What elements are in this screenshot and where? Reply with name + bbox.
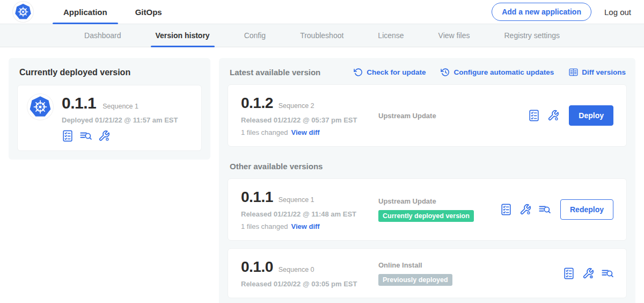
kubernetes-logo <box>13 2 33 22</box>
other-releases-container: 0.1.1 Sequence 1 Released 01/21/22 @ 11:… <box>228 178 627 298</box>
latest-version-header: Latest available version Check for updat… <box>230 68 626 77</box>
release-deploy-button[interactable]: Redeploy <box>560 199 613 220</box>
deployed-version-details: 0.1.1 Sequence 1 Deployed 01/21/22 @ 11:… <box>62 94 178 142</box>
release-actions: Redeploy <box>500 199 613 220</box>
release-timestamp: Released 01/21/22 @ 05:37 pm EST <box>241 116 378 124</box>
version-history-panel: Latest available version Check for updat… <box>219 58 635 303</box>
release-version-number: 0.1.0 <box>241 258 273 276</box>
refresh-icon <box>354 68 363 77</box>
sub-nav-tab-label: Registry settings <box>504 31 560 40</box>
app-sub-nav: DashboardVersion historyConfigTroublesho… <box>0 24 644 47</box>
deployed-version-card: 0.1.1 Sequence 1 Deployed 01/21/22 @ 11:… <box>17 85 202 151</box>
header-action-label: Check for update <box>367 68 426 76</box>
logout-button[interactable]: Log out <box>604 8 631 17</box>
schedule-icon <box>441 68 450 77</box>
top-nav: ApplicationGitOps Add a new application … <box>0 0 644 24</box>
version-header-actions: Check for update Configure automatic upd… <box>354 68 626 77</box>
top-nav-tab[interactable]: GitOps <box>121 0 176 24</box>
sub-nav-tab[interactable]: Config <box>243 24 267 47</box>
sub-nav-tab[interactable]: License <box>376 24 405 47</box>
release-notes-icon[interactable] <box>500 204 512 215</box>
diff-icon <box>569 68 578 77</box>
sub-nav-tab[interactable]: Version history <box>154 24 211 47</box>
release-timestamp: Released 01/20/22 @ 03:05 pm EST <box>241 280 378 288</box>
release-actions <box>563 268 613 279</box>
view-diff-link[interactable]: View diff <box>291 128 319 136</box>
edit-config-icon[interactable] <box>547 110 559 121</box>
sub-nav-tab-label: View files <box>438 31 470 40</box>
header-action-link[interactable]: Check for update <box>354 68 426 77</box>
files-changed-label: 1 files changed <box>241 222 288 230</box>
deployed-icon-row <box>62 130 178 142</box>
view-diff-link[interactable]: View diff <box>291 222 319 230</box>
latest-release-container: 0.1.2 Sequence 2 Released 01/21/22 @ 05:… <box>228 84 627 147</box>
header-action-label: Configure automatic updates <box>453 68 554 76</box>
preflight-checks-icon[interactable] <box>80 130 92 142</box>
release-notes-icon[interactable] <box>528 110 540 121</box>
release-status-badge: Currently deployed version <box>378 210 474 222</box>
other-versions-title: Other available versions <box>230 162 626 171</box>
sub-nav-tab[interactable]: View files <box>437 24 472 47</box>
deployed-panel-title: Currently deployed version <box>19 68 201 77</box>
top-nav-tabs: ApplicationGitOps <box>49 0 176 24</box>
release-source-label: Upstream Update <box>378 197 495 205</box>
release-actions: Deploy <box>528 105 613 126</box>
deployed-timestamp: Deployed 01/21/22 @ 11:57 am EST <box>62 116 178 124</box>
sub-nav-tab-label: Troubleshoot <box>300 31 343 40</box>
header-action-link[interactable]: Diff versions <box>569 68 626 77</box>
app-icon <box>27 94 53 120</box>
release-info: 0.1.1 Sequence 1 Released 01/21/22 @ 11:… <box>241 189 378 230</box>
top-nav-tab-label: GitOps <box>135 8 162 17</box>
release-version-number: 0.1.1 <box>241 189 273 206</box>
release-status-badge: Previously deployed <box>378 274 452 286</box>
release-info: 0.1.0 Sequence 0 Released 01/20/22 @ 03:… <box>241 258 378 288</box>
deployed-version-number: 0.1.1 <box>62 94 96 112</box>
files-changed-label: 1 files changed <box>241 128 288 136</box>
release-info: 0.1.2 Sequence 2 Released 01/21/22 @ 05:… <box>241 95 378 136</box>
release-files-row: 1 files changedView diff <box>241 128 378 136</box>
edit-config-icon[interactable] <box>519 204 531 215</box>
release-source-label: Online Install <box>378 261 558 269</box>
sub-nav-tab-label: Dashboard <box>84 31 121 40</box>
sub-nav-tab[interactable]: Dashboard <box>83 24 123 47</box>
release-sequence: Sequence 0 <box>279 266 314 273</box>
header-action-label: Diff versions <box>582 68 626 76</box>
top-nav-tab[interactable]: Application <box>49 0 121 24</box>
release-deploy-button[interactable]: Deploy <box>569 105 613 126</box>
release-card: 0.1.0 Sequence 0 Released 01/20/22 @ 03:… <box>228 248 627 298</box>
sub-nav-tab[interactable]: Troubleshoot <box>298 24 345 47</box>
main-content: Currently deployed version 0.1.1 Sequenc… <box>0 47 644 303</box>
release-notes-icon[interactable] <box>563 268 575 279</box>
release-middle: Online Install Previously deployed <box>378 261 563 286</box>
release-version-number: 0.1.2 <box>241 95 273 112</box>
release-card: 0.1.2 Sequence 2 Released 01/21/22 @ 05:… <box>228 84 627 147</box>
release-sequence: Sequence 2 <box>279 102 314 110</box>
header-action-link[interactable]: Configure automatic updates <box>441 68 554 77</box>
release-sequence: Sequence 1 <box>279 196 314 204</box>
add-application-button[interactable]: Add a new application <box>492 3 591 21</box>
release-middle: Upstream Update Currently deployed versi… <box>378 197 500 222</box>
sub-nav-tab-label: Config <box>244 31 266 40</box>
sub-nav-tab-label: License <box>378 31 404 40</box>
top-nav-tab-label: Application <box>63 8 107 17</box>
release-card: 0.1.1 Sequence 1 Released 01/21/22 @ 11:… <box>228 178 627 241</box>
deployed-sequence: Sequence 1 <box>103 103 138 110</box>
preflight-checks-icon[interactable] <box>602 268 613 279</box>
top-nav-right: Add a new application Log out <box>492 3 631 21</box>
view-config-icon[interactable] <box>582 268 594 279</box>
sub-nav-tab[interactable]: Registry settings <box>503 24 561 47</box>
latest-version-title: Latest available version <box>230 68 320 77</box>
release-timestamp: Released 01/21/22 @ 11:48 am EST <box>241 210 378 218</box>
release-notes-icon[interactable] <box>62 130 74 142</box>
release-source-label: Upstream Update <box>378 112 523 120</box>
release-files-row: 1 files changedView diff <box>241 222 378 230</box>
edit-config-icon[interactable] <box>98 130 110 142</box>
sub-nav-tab-label: Version history <box>156 31 210 40</box>
preflight-checks-icon[interactable] <box>539 204 551 215</box>
currently-deployed-panel: Currently deployed version 0.1.1 Sequenc… <box>9 58 210 160</box>
release-middle: Upstream Update <box>378 112 528 120</box>
